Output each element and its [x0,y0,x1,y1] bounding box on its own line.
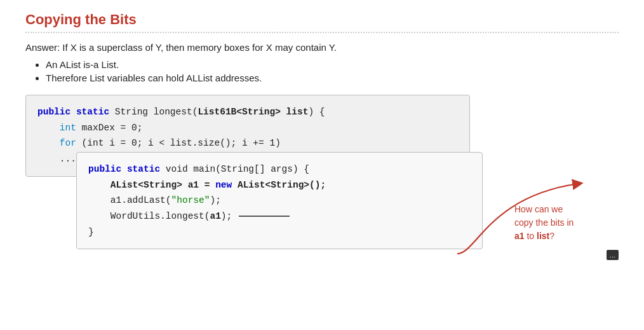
keyword-for: for [60,138,76,148]
divider [25,32,619,33]
code-line-2: int maxDex = 0; [37,120,458,136]
code-main-line3: a1.addLast("horse"); [88,193,471,209]
code-main-line5: } [88,224,471,240]
annotation-bold-a1: a1 [514,231,525,241]
code-main-line2: AList<String> a1 = new AList<String>(); [88,177,471,193]
code-indent [37,138,60,148]
code-main-line4: WordUtils.longest(a1); [88,209,471,224]
code-ellipsis: ... [37,154,76,164]
code-block-bottom: public static void main(String[] args) {… [76,152,483,249]
code-string-horse: "horse" [171,195,210,205]
code-method-name: longest( [154,107,198,117]
annotation-text: How can wecopy the bits ina1 to list? [514,203,616,243]
code-alist-new: AList<String>(); [238,180,326,190]
code-paren-end: ) { [308,107,325,117]
code-indent [37,123,60,133]
list-item: Therefore List variables can hold ALList… [46,72,619,83]
code-void-main: void main(String[] args) { [166,164,309,174]
code-line-1: public static String longest(List61B<Str… [37,104,458,120]
code-wordutils: WordUtils.longest( [88,211,210,221]
keyword-public-static: public static [37,107,109,117]
page: Copying the Bits Answer: If X is a super… [0,0,644,330]
annotation-bold-list: list [537,231,549,241]
answer-text: Answer: If X is a superclass of Y, then … [25,42,619,53]
code-param-name: list [281,107,309,117]
code-addlast-end: ); [210,195,220,205]
code-for-rest: (int i = 0; i < list.size(); i += 1) [76,138,281,148]
code-alist-decl: AList<String> a1 = [88,180,215,190]
keyword-int: int [60,123,76,133]
keyword-new: new [215,180,232,190]
page-title: Copying the Bits [25,11,619,28]
code-a1-arg: a1 [210,211,220,221]
keyword-public-static-2: public static [88,164,160,174]
code-addlast: a1.addLast( [88,195,171,205]
code-area: public static String longest(List61B<Str… [25,95,619,260]
code-return-type: String [115,107,154,117]
code-line-3: for (int i = 0; i < list.size(); i += 1) [37,135,458,151]
bullet-list: An AList is-a List. Therefore List varia… [25,59,619,83]
code-maxdex: maxDex = 0; [76,123,142,133]
code-closing-brace: } [88,227,94,237]
code-param-type: List61B<String> [198,107,281,117]
code-wordutils-end: ); [221,211,232,221]
list-item: An AList is-a List. [46,59,619,70]
code-main-line1: public static void main(String[] args) { [88,162,471,177]
